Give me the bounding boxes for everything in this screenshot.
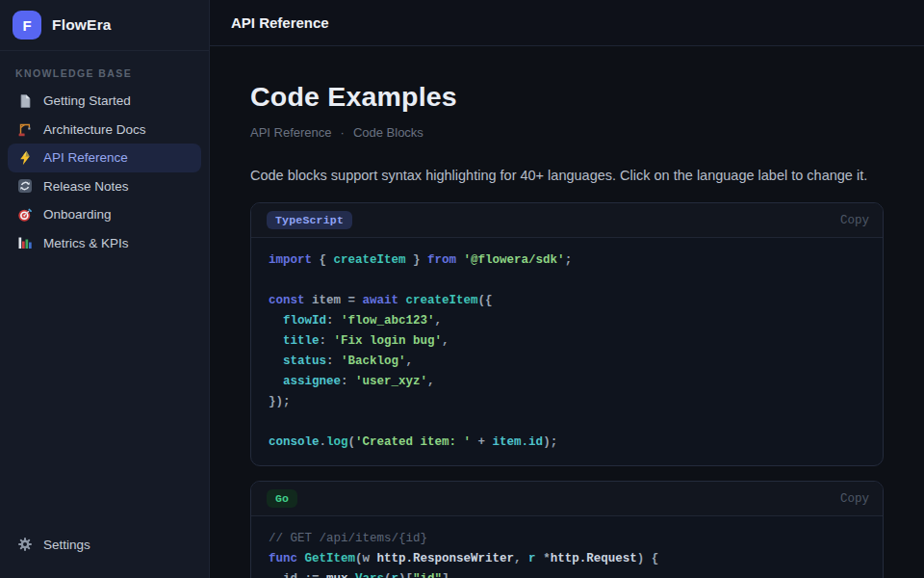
main-area: API Reference Code Examples API Referenc… [210, 0, 924, 578]
sidebar-item-metrics-kpis[interactable]: Metrics & KPIs [8, 229, 201, 258]
flowera-logo-icon: F [13, 11, 41, 39]
app-root: F FlowEra KNOWLEDGE BASE Getting Started… [0, 0, 924, 578]
sidebar-item-label: Getting Started [43, 93, 131, 108]
copy-button[interactable]: Copy [840, 492, 869, 506]
code-block-header: Go Copy [251, 482, 883, 516]
page-title: Code Examples [250, 81, 884, 113]
code-content-typescript: import { createItem } from '@flowera/sdk… [251, 238, 883, 465]
code-block-typescript: TypeScript Copy import { createItem } fr… [250, 202, 884, 466]
app-name: FlowEra [52, 16, 112, 34]
lightning-icon [17, 150, 33, 166]
refresh-icon [17, 178, 33, 194]
sidebar-item-architecture-docs[interactable]: Architecture Docs [8, 116, 201, 144]
code-content-go: // GET /api/items/{id}func GetItem(w htt… [251, 516, 883, 578]
gear-icon [17, 537, 33, 552]
topbar-title: API Reference [231, 14, 329, 31]
sidebar-nav: Getting Started Architecture Docs API Re… [0, 87, 209, 257]
sidebar-item-label: Onboarding [43, 207, 112, 222]
code-block-header: TypeScript Copy [251, 203, 883, 238]
target-icon [17, 207, 33, 223]
sidebar-item-getting-started[interactable]: Getting Started [8, 87, 201, 116]
language-label-typescript[interactable]: TypeScript [267, 211, 352, 229]
sidebar-item-settings[interactable]: Settings [8, 531, 201, 560]
sidebar-item-label: Settings [43, 538, 90, 552]
code-block-go: Go Copy // GET /api/items/{id}func GetIt… [250, 481, 884, 578]
sidebar-item-label: API Reference [43, 150, 128, 165]
sidebar-section-label: KNOWLEDGE BASE [15, 67, 193, 79]
copy-button[interactable]: Copy [840, 214, 869, 227]
sidebar-item-release-notes[interactable]: Release Notes [8, 172, 201, 201]
breadcrumb: API Reference · Code Blocks [250, 125, 884, 140]
breadcrumb-code-blocks: Code Blocks [353, 125, 424, 140]
content: Code Examples API Reference · Code Block… [210, 46, 924, 578]
breadcrumb-separator: · [341, 125, 345, 140]
sidebar-item-api-reference[interactable]: API Reference [8, 144, 201, 172]
crane-icon [17, 121, 33, 137]
page-description: Code blocks support syntax highlighting … [250, 168, 884, 183]
sidebar: F FlowEra KNOWLEDGE BASE Getting Started… [0, 0, 210, 578]
bar-chart-icon [17, 235, 33, 250]
logo: F FlowEra [0, 0, 209, 51]
document-icon [17, 93, 33, 109]
sidebar-item-label: Architecture Docs [43, 122, 146, 137]
sidebar-item-label: Metrics & KPIs [43, 236, 129, 250]
sidebar-footer: Settings [8, 531, 201, 560]
breadcrumb-api-reference[interactable]: API Reference [250, 125, 332, 140]
topbar: API Reference [210, 0, 924, 46]
sidebar-item-label: Release Notes [43, 179, 129, 194]
language-label-go[interactable]: Go [267, 489, 297, 508]
sidebar-item-onboarding[interactable]: Onboarding [8, 200, 201, 229]
